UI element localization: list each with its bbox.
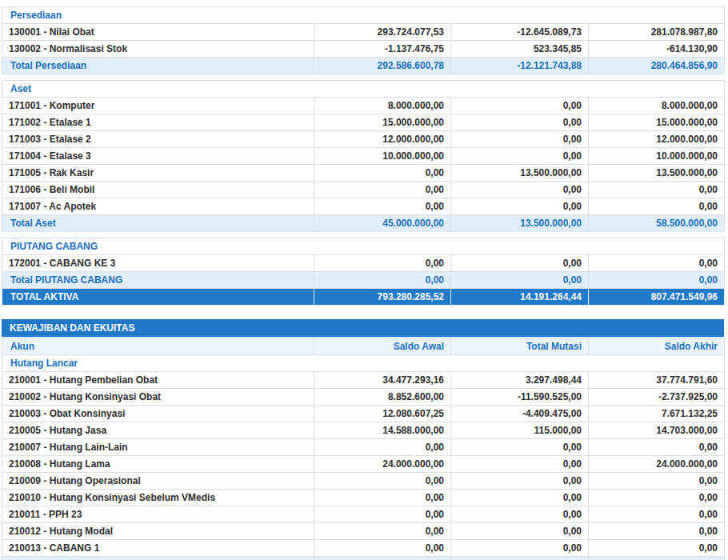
account-cell: 171007 - Ac Apotek [2, 198, 314, 215]
account-cell: 210010 - Hutang Konsinyasi Sebelum VMedi… [2, 490, 314, 506]
section-header-row: PIUTANG CABANG [2, 238, 725, 255]
total-aktiva-row: TOTAL AKTIVA793.280.285,5214.191.264,448… [2, 289, 725, 306]
value-cell: 10.000.000,00 [589, 148, 725, 165]
value-cell: 0,00 [451, 490, 589, 506]
aktiva-table: Persediaan130001 - Nilai Obat293.724.077… [2, 6, 725, 74]
table-row: 210012 - Hutang Modal0,000,000,00 [2, 523, 725, 540]
column-header-akun: Akun [2, 338, 314, 355]
value-cell: 793.280.285,52 [314, 289, 451, 306]
value-cell: 0,00 [314, 182, 451, 198]
account-cell: 210002 - Hutang Konsinyasi Obat [2, 389, 314, 406]
value-cell: 8.000.000,00 [589, 98, 725, 114]
account-cell: 171002 - Etalase 1 [2, 114, 314, 131]
value-cell: 14.703.000,00 [589, 422, 725, 439]
value-cell: 0,00 [451, 198, 589, 215]
table-row: 210009 - Hutang Operasional0,000,000,00 [2, 473, 725, 490]
value-cell: 34.477.293,16 [314, 372, 451, 389]
value-cell: 3.297.498,44 [451, 372, 589, 389]
value-cell: 0,00 [451, 255, 589, 272]
value-cell: 14.588.000,00 [314, 422, 451, 439]
value-cell: 10.000.000,00 [314, 148, 451, 165]
column-header-saldo-akhir: Saldo Akhir [589, 338, 725, 355]
value-cell: 0,00 [589, 182, 725, 198]
account-cell: 210003 - Obat Konsinyasi [2, 406, 314, 422]
value-cell: 0,00 [589, 473, 725, 490]
value-cell: 0,00 [589, 255, 725, 272]
aktiva-table: Aset171001 - Komputer8.000.000,000,008.0… [2, 80, 725, 232]
value-cell: 12.000.000,00 [314, 131, 451, 148]
table-row: 171007 - Ac Apotek0,000,000,00 [2, 198, 725, 215]
value-cell: 292.586.600,78 [314, 58, 451, 74]
section-header-row: Aset [2, 81, 725, 98]
value-cell: 0,00 [589, 439, 725, 456]
account-cell: 130002 - Normalisasi Stok [2, 41, 314, 58]
account-cell: 210013 - CABANG 1 [2, 540, 314, 557]
value-cell [589, 557, 725, 560]
section-header-row: Hutang Lancar [2, 355, 725, 372]
table-row: 171005 - Rak Kasir0,0013.500.000,0013.50… [2, 165, 725, 182]
table-row: 171001 - Komputer8.000.000,000,008.000.0… [2, 98, 725, 114]
value-cell: 523.345,85 [451, 41, 589, 58]
value-cell: 0,00 [314, 506, 451, 523]
value-cell: -1.137.476,75 [314, 41, 451, 58]
value-cell: 0,00 [589, 523, 725, 540]
table-row: 172001 - CABANG KE 30,000,000,00 [2, 255, 725, 272]
value-cell: -12.645.089,73 [451, 24, 589, 41]
value-cell: 0,00 [589, 272, 725, 289]
account-cell: 210005 - Hutang Jasa [2, 422, 314, 439]
value-cell: -2.737.925,00 [589, 389, 725, 406]
table-row: 171003 - Etalase 212.000.000,000,0012.00… [2, 131, 725, 148]
value-cell: 13.500.000,00 [451, 215, 589, 232]
value-cell: 0,00 [589, 506, 725, 523]
column-header-saldo-awal: Saldo Awal [314, 338, 451, 355]
value-cell: 0,00 [589, 198, 725, 215]
table-row: 210007 - Hutang Lain-Lain0,000,000,00 [2, 439, 725, 456]
value-cell: 0,00 [314, 198, 451, 215]
account-cell [2, 557, 314, 560]
table-row: 210001 - Hutang Pembelian Obat34.477.293… [2, 372, 725, 389]
value-cell: 0,00 [451, 148, 589, 165]
value-cell: -11.590.525,00 [451, 389, 589, 406]
aktiva-table: PIUTANG CABANG172001 - CABANG KE 30,000,… [2, 238, 725, 306]
account-cell: 210008 - Hutang Lama [2, 456, 314, 473]
account-cell: 210012 - Hutang Modal [2, 523, 314, 540]
value-cell: 293.724.077,53 [314, 24, 451, 41]
value-cell: 24.000.000,00 [314, 456, 451, 473]
value-cell: 15.000.000,00 [589, 114, 725, 131]
account-cell: 210007 - Hutang Lain-Lain [2, 439, 314, 456]
value-cell: 13.500.000,00 [451, 165, 589, 182]
value-cell: 0,00 [451, 506, 589, 523]
value-cell: 0,00 [451, 439, 589, 456]
value-cell: 0,00 [314, 490, 451, 506]
value-cell [314, 557, 451, 560]
value-cell: -4.409.475,00 [451, 406, 589, 422]
section-total-row: Total Persediaan292.586.600,78-12.121.74… [2, 58, 725, 74]
table-row: 210011 - PPH 230,000,000,00 [2, 506, 725, 523]
value-cell: 0,00 [451, 272, 589, 289]
value-cell: 0,00 [451, 540, 589, 557]
value-cell: 0,00 [589, 540, 725, 557]
value-cell: 0,00 [451, 131, 589, 148]
value-cell: 15.000.000,00 [314, 114, 451, 131]
value-cell: -614.130,90 [589, 41, 725, 58]
account-cell: 172001 - CABANG KE 3 [2, 255, 314, 272]
aktiva-table-group: Persediaan130001 - Nilai Obat293.724.077… [2, 6, 724, 306]
value-cell: 0,00 [314, 272, 451, 289]
value-cell: 0,00 [451, 114, 589, 131]
account-cell: 171001 - Komputer [2, 98, 314, 114]
account-cell: 210011 - PPH 23 [2, 506, 314, 523]
neraca-report: Persediaan130001 - Nilai Obat293.724.077… [0, 0, 724, 560]
account-cell: Total Persediaan [2, 58, 314, 74]
table-row: 210013 - CABANG 10,000,000,00 [2, 540, 725, 557]
value-cell: 12.000.000,00 [589, 131, 725, 148]
value-cell: 7.671.132,25 [589, 406, 725, 422]
section-title: Persediaan [2, 7, 725, 24]
account-cell: Total PIUTANG CABANG [2, 272, 314, 289]
table-row: 171002 - Etalase 115.000.000,000,0015.00… [2, 114, 725, 131]
kewajiban-section-bar: KEWAJIBAN DAN EKUITAS [2, 319, 724, 337]
value-cell [451, 557, 589, 560]
section-title: PIUTANG CABANG [2, 238, 725, 255]
table-row: 130002 - Normalisasi Stok-1.137.476,7552… [2, 41, 725, 58]
kewajiban-table: Akun Saldo Awal Total Mutasi Saldo Akhir… [2, 338, 725, 560]
value-cell: 13.500.000,00 [589, 165, 725, 182]
